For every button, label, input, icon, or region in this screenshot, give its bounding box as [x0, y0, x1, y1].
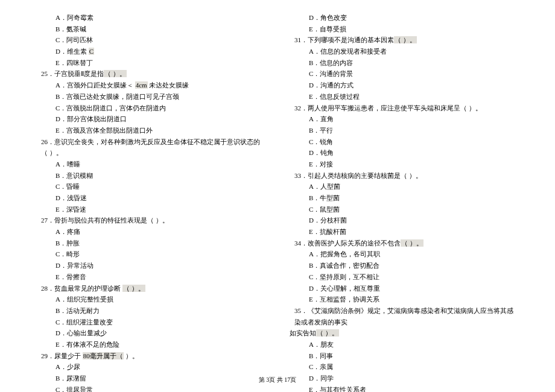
q35-option-b: B．同事: [290, 350, 519, 362]
q26-option-e: E．深昏迷: [36, 204, 265, 215]
q30-option-d: D．角色改变: [290, 12, 519, 24]
q31-option-d: D．沟通的方式: [290, 80, 519, 91]
q35-stem: 35．《艾滋病防治条例》规定，艾滋病病毒感染者和艾滋病病人应当将其感染或者发病的…: [290, 305, 519, 327]
q24-option-a: A．阿奇霉素: [36, 12, 265, 24]
q30-option-e: E．自尊受损: [290, 24, 519, 35]
right-column: D．角色改变 E．自尊受损 31．下列哪项不是沟通的基本因素（ ）。 A．信息的…: [290, 12, 519, 392]
q26-option-d: D．浅昏迷: [36, 192, 265, 204]
q31-stem: 31．下列哪项不是沟通的基本因素（ ）。: [290, 34, 519, 46]
q26-stem: 26．意识完全丧失，对各种刺激均无反应及生命体征不稳定属于意识状态的（ ）。: [36, 136, 265, 159]
q29-stem: 29．尿量少于 80毫升属于（ ）。: [36, 350, 265, 362]
q33-option-d: D．分枝杆菌: [290, 215, 519, 226]
q27-option-a: A．疼痛: [36, 226, 265, 238]
left-column: A．阿奇霉素 B．氨茶碱 C．阿司匹林 D．维生素 C E．四咪替丁 25．子宫…: [36, 12, 265, 392]
page-footer: 第 3页 共 17页: [0, 375, 555, 385]
q33-option-a: A．人型菌: [290, 181, 519, 192]
q27-option-b: B．肿胀: [36, 238, 265, 249]
q28-option-d: D．心输出量减少: [36, 327, 265, 339]
q29-option-c: C．排尿异常: [36, 384, 265, 392]
q34-option-d: D．关心理解，相互尊重: [290, 283, 519, 294]
q32-option-c: C．锐角: [290, 136, 519, 148]
q35-stem-cont: 如实告知（ ）。: [290, 327, 519, 339]
q27-option-c: C．畸形: [36, 248, 265, 260]
q28-option-a: A．组织完整性受损: [36, 294, 265, 305]
q35-option-a: A．朋友: [290, 339, 519, 350]
q32-option-b: B．平行: [290, 125, 519, 136]
q32-stem: 32．两人使用平车搬运患者，应注意使平车头端和床尾呈（ ）。: [290, 103, 519, 114]
q33-option-c: C．鼠型菌: [290, 204, 519, 215]
q27-option-e: E．骨擦音: [36, 271, 265, 283]
q34-option-b: B．真诚合作，密切配合: [290, 260, 519, 271]
q26-option-a: A．嗜睡: [36, 159, 265, 170]
q32-option-d: D．钝角: [290, 147, 519, 159]
q34-stem: 34．改善医护人际关系的途径不包含（ ）。: [290, 238, 519, 249]
q25-option-d: D．部分宫体脱出阴道口: [36, 113, 265, 125]
q32-option-e: E．对接: [290, 159, 519, 170]
q34-option-c: C．坚持原则，互不相让: [290, 271, 519, 283]
q24-option-d: D．维生素 C: [36, 46, 265, 57]
q28-stem: 28．贫血最常见的护理诊断 （ ）。: [36, 283, 265, 294]
q35-option-c: C．亲属: [290, 361, 519, 373]
q25-option-a: A．宫颈外口距处女膜缘＜ 4cm 未达处女膜缘: [36, 80, 265, 91]
q25-stem: 25．子宫脱垂Ⅱ度是指（ ）。: [36, 68, 265, 80]
q34-option-e: E．互相监督，协调关系: [290, 294, 519, 305]
q27-stem: 27．骨折与脱位共有的特征性表现是（ ）。: [36, 215, 265, 226]
q33-option-e: E．抗酸杆菌: [290, 226, 519, 238]
q28-option-c: C．组织灌注量改变: [36, 317, 265, 328]
two-column-layout: A．阿奇霉素 B．氨茶碱 C．阿司匹林 D．维生素 C E．四咪替丁 25．子宫…: [36, 12, 519, 392]
q34-option-a: A．把握角色，各司其职: [290, 248, 519, 260]
q25-option-b: B．宫颈已达处女膜缘，阴道口可见子宫颈: [36, 91, 265, 103]
q27-option-d: D．异常活动: [36, 260, 265, 271]
q24-option-e: E．四咪替丁: [36, 57, 265, 69]
q28-option-b: B．活动无耐力: [36, 305, 265, 317]
q25-option-c: C．宫颈脱出阴道口，宫体仍在阴道内: [36, 103, 265, 114]
q32-option-a: A．直角: [290, 113, 519, 125]
q26-option-c: C．昏睡: [36, 181, 265, 192]
q25-option-e: E．宫颈及宫体全部脱出阴道口外: [36, 125, 265, 136]
q33-stem: 33．引起人类结核病的主要结核菌是（ ）。: [290, 170, 519, 182]
q31-option-b: B．信息的内容: [290, 57, 519, 69]
q29-option-a: A．少尿: [36, 361, 265, 373]
q33-option-b: B．牛型菌: [290, 192, 519, 204]
q31-option-c: C．沟通的背景: [290, 68, 519, 80]
q26-option-b: B．意识模糊: [36, 170, 265, 182]
q28-option-e: E．有体液不足的危险: [36, 339, 265, 350]
q31-option-a: A．信息的发现者和接受者: [290, 46, 519, 57]
q24-option-c: C．阿司匹林: [36, 34, 265, 46]
q35-option-e: E．与其有性关系者: [290, 384, 519, 392]
q24-option-b: B．氨茶碱: [36, 24, 265, 35]
q31-option-e: E．信息反馈过程: [290, 91, 519, 103]
